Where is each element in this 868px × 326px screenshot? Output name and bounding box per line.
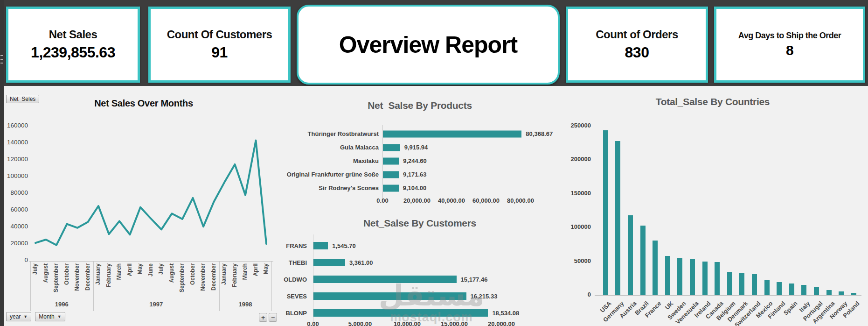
bar-row: THEBI3,361.00 — [261, 254, 560, 271]
axis-group-divider — [30, 262, 31, 311]
bar[interactable] — [839, 291, 844, 295]
kpi-title: Count of Orders — [596, 28, 678, 41]
bar[interactable] — [313, 309, 488, 317]
bar[interactable] — [603, 130, 608, 295]
x-axis-month-label: March — [242, 263, 248, 280]
y-axis-tick-label: 80000 — [10, 189, 28, 196]
bar[interactable] — [801, 285, 806, 295]
y-axis-tick-label: 120000 — [7, 156, 28, 163]
value-label: 15,177.46 — [461, 271, 488, 288]
bar[interactable] — [628, 215, 633, 295]
bar[interactable] — [702, 262, 708, 295]
x-axis-year-label: 1997 — [138, 301, 175, 308]
bar-row: FRANS1,545.70 — [261, 237, 560, 254]
bar[interactable] — [383, 171, 399, 178]
kpi-value: 8 — [786, 43, 793, 58]
x-axis-tick-label: 20,000.00 — [488, 320, 515, 326]
x-axis-month-label: November — [200, 263, 206, 291]
category-label: OLDWO — [261, 271, 307, 288]
bar-row: Original Frankfurter grüne Soße9,171.63 — [261, 168, 560, 181]
line-series[interactable] — [35, 141, 266, 245]
bar[interactable] — [383, 144, 400, 151]
bar[interactable] — [383, 130, 521, 137]
bar[interactable] — [653, 241, 658, 295]
left-collapsed-pane[interactable] — [0, 0, 4, 326]
x-axis-month-label: December — [84, 263, 91, 291]
bar[interactable] — [789, 283, 794, 295]
y-axis: 0200004000060000800001000001200001400001… — [4, 86, 31, 273]
x-axis-ticks: 0.0020,000.0040,000.0060,000.0080,000.00 — [261, 197, 560, 206]
report-canvas: Net_Seles Net Sales Over Months 02000040… — [0, 86, 868, 326]
month-field-button[interactable]: Month ▼ — [35, 312, 65, 321]
axis-group-divider — [219, 262, 220, 311]
x-axis-category-label: Spain — [782, 300, 799, 317]
x-axis-month-label: May — [137, 263, 143, 274]
bar[interactable] — [615, 141, 620, 295]
bar-rows: Thüringer Rostbratwurst80,368.67Gula Mal… — [261, 127, 560, 195]
x-axis-month-label: April — [252, 263, 259, 276]
bar[interactable] — [777, 282, 782, 295]
x-axis-month-label: June — [147, 263, 154, 276]
kpi-title: Avg Days to Ship the Order — [738, 31, 841, 41]
bar[interactable] — [665, 256, 670, 295]
bar[interactable] — [677, 258, 682, 295]
x-axis-line — [29, 261, 273, 262]
x-axis-month-label: December — [210, 263, 217, 291]
category-label: THEBI — [261, 254, 307, 271]
x-axis-month-label: January — [95, 263, 101, 285]
bar[interactable] — [739, 273, 744, 295]
x-axis-month-label: August — [168, 263, 175, 283]
bar[interactable] — [313, 292, 466, 300]
page-title: Overview Report — [339, 31, 517, 58]
kpi-value: 91 — [211, 44, 228, 61]
bar-row: SEVES16,215.33 — [261, 288, 560, 305]
x-axis-month-label: March — [116, 263, 122, 280]
x-axis-tick-label: 10,000.00 — [394, 320, 421, 326]
y-axis-tick-label: 160000 — [7, 122, 28, 129]
chart-net-sales-by-products: Net_Salse By Products Thüringer Rostbrat… — [261, 86, 560, 207]
bar[interactable] — [690, 259, 695, 295]
bar[interactable] — [826, 290, 832, 295]
bar[interactable] — [764, 280, 770, 295]
bar[interactable] — [313, 276, 457, 283]
bar[interactable] — [640, 226, 646, 295]
bar-row: Gula Malacca9,915.94 — [261, 141, 560, 154]
bar[interactable] — [383, 157, 399, 164]
bar[interactable] — [715, 262, 720, 295]
bar-row: OLDWO15,177.46 — [261, 271, 560, 288]
value-label: 9,915.94 — [404, 141, 428, 154]
grip-icon — [0, 59, 3, 60]
chart-title: Net_Salse By Customers — [289, 218, 550, 229]
y-axis-tick-label: 100000 — [557, 223, 591, 230]
y-axis-tick-label: 200000 — [557, 156, 591, 163]
bar[interactable] — [727, 272, 732, 295]
bar[interactable] — [814, 287, 819, 295]
chart-net-sales-by-customers: Net_Salse By Customers FRANS1,545.70THEB… — [261, 207, 560, 326]
grip-icon — [0, 63, 3, 64]
axis-group-divider — [93, 262, 94, 311]
y-axis-tick-label: 40000 — [10, 223, 28, 230]
year-field-label: year — [10, 313, 21, 320]
category-label: Thüringer Rostbratwurst — [261, 127, 379, 141]
bar[interactable] — [752, 274, 757, 295]
x-axis-month-label: September — [53, 263, 59, 292]
value-label: 9,104.00 — [403, 181, 427, 195]
x-axis-tick-label: 5,000.00 — [348, 320, 372, 326]
chevron-down-icon: ▼ — [23, 314, 28, 319]
bar-row: BLONP18,534.08 — [261, 305, 560, 321]
bar[interactable] — [313, 259, 345, 266]
x-axis-tick-label: 0.00 — [376, 197, 388, 204]
value-label: 16,215.33 — [471, 288, 498, 305]
kpi-card-avg-ship-days: Avg Days to Ship the Order 8 — [714, 7, 865, 83]
x-axis-month-label: November — [74, 263, 80, 291]
x-axis-line — [595, 295, 861, 296]
bar[interactable] — [851, 293, 856, 295]
pivot-axis-buttons: year ▼ Month ▼ — [6, 312, 65, 321]
report-title-card: Overview Report — [297, 5, 560, 85]
value-label: 80,368.67 — [526, 127, 553, 141]
bar[interactable] — [313, 242, 328, 249]
year-field-button[interactable]: year ▼ — [6, 312, 31, 321]
bar[interactable] — [383, 184, 399, 191]
x-axis-ticks: 0.005,000.0010,000.0015,000.0020,000.00 — [261, 320, 560, 326]
kpi-value: 830 — [625, 44, 649, 61]
